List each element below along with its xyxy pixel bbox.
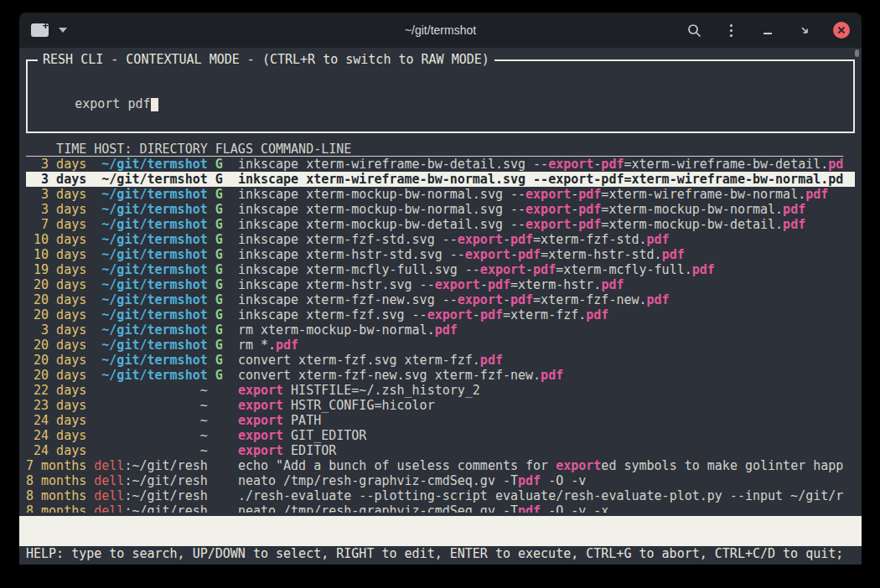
table-row[interactable]: 20 days ~/git/termshot G inkscape xterm-…	[26, 292, 855, 307]
terminal-content: RESH CLI - CONTEXTUAL MODE - (CTRL+R to …	[19, 48, 862, 565]
table-row[interactable]: 8 months dell:~/git/resh neato /tmp/resh…	[26, 473, 855, 488]
table-header: TIME HOST: DIRECTORY FLAGS COMMAND-LINE	[19, 142, 862, 157]
text-cursor	[151, 98, 158, 111]
table-row[interactable]: 24 days ~ export PATH	[26, 413, 855, 428]
new-tab-icon[interactable]: +	[31, 23, 49, 37]
search-input[interactable]: export pdf	[75, 96, 150, 111]
close-icon[interactable]	[833, 22, 850, 39]
search-box-legend: RESH CLI - CONTEXTUAL MODE - (CTRL+R to …	[38, 52, 494, 67]
table-row[interactable]: 19 days ~/git/termshot G inkscape xterm-…	[26, 262, 855, 277]
table-row[interactable]: 3 days ~/git/termshot G rm xterm-mockup-…	[26, 322, 855, 338]
table-row[interactable]: 23 days ~ export HSTR_CONFIG=hicolor	[26, 398, 855, 413]
table-row[interactable]: 20 days ~/git/termshot G rm *.pdf	[26, 338, 855, 353]
table-row-selected[interactable]: 3 days ~/git/termshot G inkscape xterm-w…	[26, 172, 855, 187]
restore-icon[interactable]	[796, 22, 813, 39]
table-row[interactable]: 3 days ~/git/termshot G inkscape xterm-w…	[26, 157, 855, 172]
table-row[interactable]: 3 days ~/git/termshot G inkscape xterm-m…	[26, 187, 855, 202]
minimize-icon[interactable]	[759, 22, 776, 39]
table-row[interactable]: 24 days ~ export EDITOR	[26, 443, 855, 458]
table-row[interactable]: 7 months dell:~/git/resh echo "Add a bun…	[26, 458, 855, 473]
titlebar: + ~/git/termshot	[19, 13, 862, 48]
table-row[interactable]: 7 days ~/git/termshot G inkscape xterm-m…	[26, 217, 855, 232]
table-row[interactable]: 3 days ~/git/termshot G inkscape xterm-m…	[26, 202, 855, 217]
scrollbar-thumb[interactable]	[855, 49, 859, 57]
table-row[interactable]: 20 days ~/git/termshot G inkscape xterm-…	[26, 277, 855, 292]
table-row[interactable]: 8 months dell:~/git/resh ./resh-evaluate…	[26, 488, 855, 503]
help-bar: HELP: type to search, UP/DOWN to select,…	[26, 546, 855, 561]
table-row[interactable]: 8 months dell:~/git/resh neato /tmp/resh…	[26, 503, 855, 513]
search-box[interactable]: RESH CLI - CONTEXTUAL MODE - (CTRL+R to …	[26, 59, 855, 133]
dropdown-chevron-icon[interactable]	[59, 28, 67, 33]
terminal-window: + ~/git/termshot	[19, 13, 862, 565]
table-row[interactable]: 22 days ~ export HISTFILE=~/.zsh_history…	[26, 383, 855, 398]
table-row[interactable]: 20 days ~/git/termshot G inkscape xterm-…	[26, 307, 855, 322]
table-row[interactable]: 24 days ~ export GIT_EDITOR	[26, 428, 855, 443]
table-row[interactable]: 20 days ~/git/termshot G convert xterm-f…	[26, 368, 855, 383]
table-row[interactable]: 10 days ~/git/termshot G inkscape xterm-…	[26, 232, 855, 247]
table-row[interactable]: 20 days ~/git/termshot G convert xterm-f…	[26, 353, 855, 368]
search-icon[interactable]	[686, 22, 702, 39]
status-bar: 2020-05-07 17:17:28 tower:~/git/termshot…	[19, 516, 862, 546]
menu-kebab-icon[interactable]	[722, 22, 739, 39]
table-row[interactable]: 10 days ~/git/termshot G inkscape xterm-…	[26, 247, 855, 262]
history-rows: 3 days ~/git/termshot G inkscape xterm-w…	[26, 157, 855, 513]
